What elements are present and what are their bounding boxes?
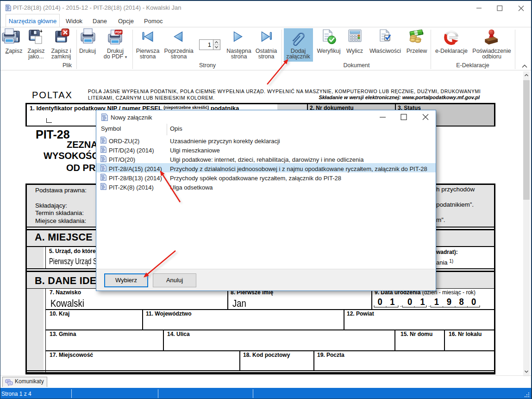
svg-text:1: 1 xyxy=(420,297,425,307)
svg-text:1: 1 xyxy=(390,297,395,307)
svg-text:0: 0 xyxy=(471,297,476,307)
svg-text:0: 0 xyxy=(407,297,412,307)
svg-text:9: 9 xyxy=(447,297,451,307)
svg-text:0: 0 xyxy=(377,297,382,307)
svg-text:PDF: PDF xyxy=(115,31,122,34)
svg-text:8: 8 xyxy=(459,297,464,307)
svg-text:1: 1 xyxy=(434,297,439,307)
svg-text:.: . xyxy=(428,301,430,308)
svg-text:.: . xyxy=(400,301,402,308)
